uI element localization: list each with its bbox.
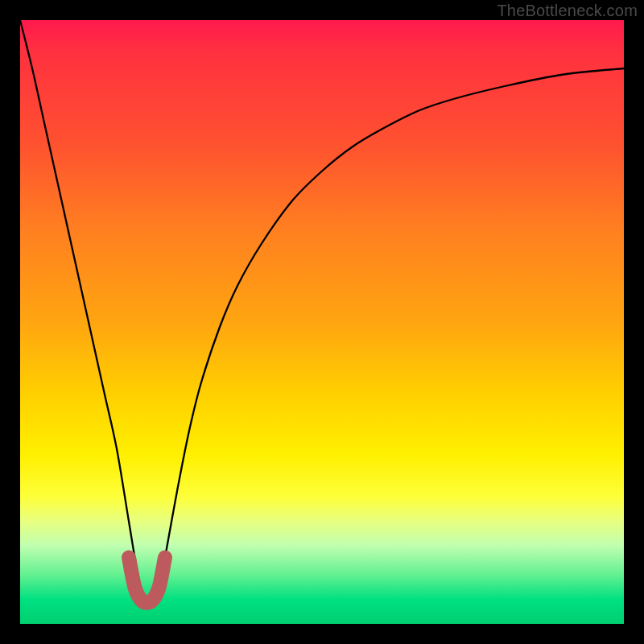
main-curve [20,20,624,601]
chart-svg [20,20,624,624]
chart-frame: TheBottleneck.com [0,0,644,644]
highlight-segment [129,558,165,603]
watermark-text: TheBottleneck.com [497,2,638,20]
